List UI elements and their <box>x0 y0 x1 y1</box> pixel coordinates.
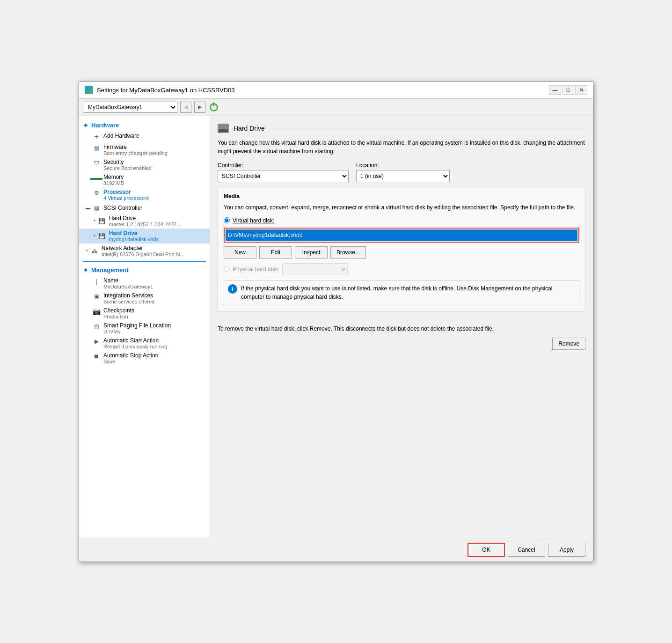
sidebar-item-network-adapter[interactable]: + 🖧 Network Adapter Intel(R) 82576 Gigab… <box>79 244 210 259</box>
info-icon: i <box>228 284 237 294</box>
hard-drive-panel-icon <box>218 124 229 133</box>
remove-btn-row: Remove <box>218 338 585 350</box>
processor-sublabel: 4 Virtual processors <box>103 195 149 201</box>
sidebar-item-processor[interactable]: ⚙ Processor 4 Virtual processors <box>79 187 210 202</box>
window-title: Settings for MyDataBoxGateway1 on HCSSRV… <box>97 87 549 94</box>
vhd-radio-label[interactable]: Virtual hard disk: <box>233 217 274 224</box>
remove-button[interactable]: Remove <box>552 338 585 350</box>
phd-select[interactable] <box>282 263 348 275</box>
maximize-button[interactable]: □ <box>562 85 574 95</box>
management-section-label: Management <box>91 266 128 273</box>
sidebar-item-auto-start[interactable]: ▶ Automatic Start Action Restart if prev… <box>79 336 210 351</box>
minimize-button[interactable]: — <box>549 85 561 95</box>
integration-sublabel: Some services offered <box>103 299 154 304</box>
hd1-label: Hard Drive <box>109 215 181 222</box>
security-label: Security <box>103 159 152 165</box>
inspect-button[interactable]: Inspect <box>295 246 328 259</box>
sidebar-item-firmware[interactable]: ▦ Firmware Boot entry changes pending <box>79 142 210 157</box>
sidebar-section-hardware[interactable]: ✦ Hardware <box>79 120 210 131</box>
toolbar: MyDataBoxGateway1 ◀ ▶ <box>79 99 593 116</box>
location-label: Location: <box>356 162 450 169</box>
window-icon <box>85 86 93 94</box>
controller-group: Controller: SCSI Controller <box>218 162 349 182</box>
location-select[interactable]: 1 (in use) <box>356 170 450 182</box>
bottom-bar: OK Cancel Apply <box>79 538 593 562</box>
sidebar-item-auto-stop[interactable]: ⏹ Automatic Stop Action Save <box>79 351 210 366</box>
info-text: If the physical hard disk you want to us… <box>241 284 575 301</box>
sidebar-item-add-hardware[interactable]: + Add Hardware <box>79 131 210 142</box>
cancel-button[interactable]: Cancel <box>508 543 545 557</box>
sidebar-item-hard-drive-1[interactable]: + 💾 Hard Drive master.1.2.18252.1-304-24… <box>79 214 210 229</box>
add-hardware-label: Add Hardware <box>103 133 139 139</box>
memory-sublabel: 8192 MB <box>103 180 124 186</box>
hd2-icon: 💾 <box>98 232 106 240</box>
processor-icon: ⚙ <box>92 189 101 197</box>
management-section-icon: ✦ <box>83 266 88 274</box>
apply-button[interactable]: Apply <box>548 543 585 557</box>
settings-window: Settings for MyDataBoxGateway1 on HCSSRV… <box>79 81 593 562</box>
name-sublabel: MyDataBoxGateway1 <box>103 284 153 289</box>
hardware-section-label: Hardware <box>91 122 119 129</box>
sidebar-item-checkpoints[interactable]: 📷 Checkpoints Production <box>79 306 210 321</box>
scsi-label: SCSI Controller <box>103 205 142 211</box>
integration-label: Integration Services <box>103 292 154 299</box>
sidebar-section-management[interactable]: ✦ Management <box>79 265 210 276</box>
sidebar-item-smart-paging[interactable]: ▤ Smart Paging File Location D:\VMs <box>79 321 210 336</box>
panel-title: Hard Drive <box>234 125 265 132</box>
phd-row: Physical hard disk: <box>224 263 579 275</box>
hd2-label: Hard Drive <box>109 230 159 237</box>
security-sublabel: Secure Boot enabled <box>103 165 152 171</box>
sidebar-divider <box>83 261 206 262</box>
sidebar-item-hard-drive-2[interactable]: + 💾 Hard Drive mydbg1datadisk.vhdx <box>79 229 210 244</box>
controller-select[interactable]: SCSI Controller <box>218 170 349 182</box>
media-title: Media <box>224 193 579 200</box>
new-button[interactable]: New <box>224 246 256 259</box>
net-sublabel: Intel(R) 82576 Gigabit Dual Port N... <box>102 251 184 257</box>
media-button-row: New Edit Inspect Browse... <box>224 246 579 259</box>
name-icon: | <box>92 277 101 286</box>
autostop-sublabel: Save <box>103 359 158 364</box>
sidebar-item-security[interactable]: 🛡 Security Secure Boot enabled <box>79 157 210 172</box>
checkpoints-label: Checkpoints <box>103 307 134 314</box>
sidebar-item-name[interactable]: | Name MyDataBoxGateway1 <box>79 276 210 291</box>
scsi-expander-icon: ▬ <box>86 205 90 210</box>
hd1-expander-icon: + <box>93 218 96 223</box>
sidebar-item-memory[interactable]: ▬▬ Memory 8192 MB <box>79 172 210 187</box>
sidebar-item-integration-services[interactable]: ▣ Integration Services Some services off… <box>79 291 210 306</box>
vhd-radio-row: Virtual hard disk: <box>224 217 579 224</box>
edit-button[interactable]: Edit <box>259 246 292 259</box>
ok-button[interactable]: OK <box>467 543 505 557</box>
panel-description: You can change how this virtual hard dis… <box>218 139 585 155</box>
autostart-icon: ▶ <box>92 337 101 346</box>
phd-radio-label: Physical hard disk: <box>233 266 279 273</box>
remove-text: To remove the virtual hard disk, click R… <box>218 325 585 333</box>
right-panel: Hard Drive You can change how this virtu… <box>210 116 593 538</box>
forward-button[interactable]: ▶ <box>194 102 205 113</box>
net-expander-icon: + <box>86 248 88 253</box>
hd2-expander-icon: + <box>93 233 96 238</box>
firmware-icon: ▦ <box>92 144 101 152</box>
controller-location-row: Controller: SCSI Controller Location: 1 … <box>218 162 585 182</box>
autostop-icon: ⏹ <box>92 352 101 361</box>
title-bar: Settings for MyDataBoxGateway1 on HCSSRV… <box>79 82 593 99</box>
vhd-path-input[interactable] <box>226 229 577 241</box>
vhd-path-box <box>224 228 579 243</box>
power-button[interactable] <box>208 102 219 113</box>
hd1-sublabel: master.1.2.18252.1-304-2472... <box>109 222 181 227</box>
vhd-radio[interactable] <box>224 217 230 223</box>
hardware-section-icon: ✦ <box>83 122 88 129</box>
security-icon: 🛡 <box>92 159 101 167</box>
firmware-label: Firmware <box>103 144 168 150</box>
scsi-icon: ▤ <box>92 204 101 212</box>
sidebar-item-scsi-controller[interactable]: ▬ ▤ SCSI Controller <box>79 202 210 214</box>
back-button[interactable]: ◀ <box>180 102 191 113</box>
phd-radio[interactable] <box>224 266 230 272</box>
browse-button[interactable]: Browse... <box>330 246 366 259</box>
media-description: You can compact, convert, expand, merge,… <box>224 203 579 212</box>
vm-selector[interactable]: MyDataBoxGateway1 <box>84 102 177 113</box>
memory-icon: ▬▬ <box>92 174 101 182</box>
panel-title-row: Hard Drive <box>218 124 585 133</box>
processor-label: Processor <box>103 189 149 195</box>
autostart-label: Automatic Start Action <box>103 337 167 344</box>
close-button[interactable]: ✕ <box>575 85 587 95</box>
